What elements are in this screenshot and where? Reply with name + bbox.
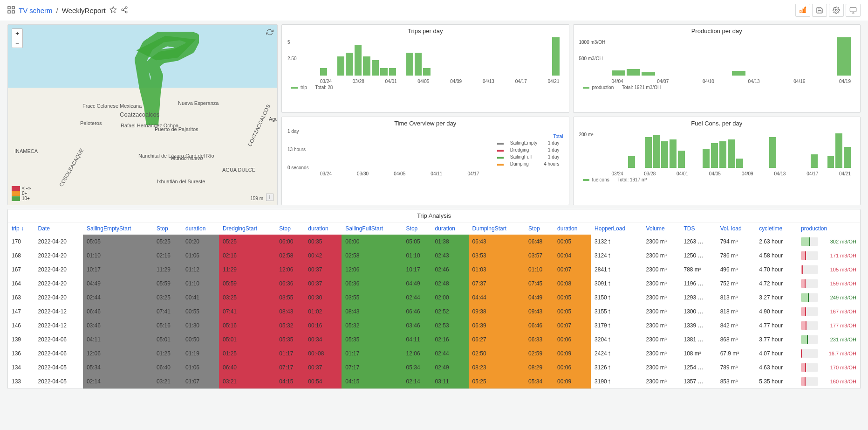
- share-icon[interactable]: [121, 6, 128, 15]
- cell: 4.90 hour: [755, 305, 797, 319]
- star-icon[interactable]: [109, 6, 117, 15]
- cell: 06:36: [275, 277, 304, 291]
- col-header[interactable]: duration: [554, 222, 591, 235]
- chart-title: Trips per day: [282, 25, 569, 37]
- cell: 496 m³: [717, 263, 756, 277]
- monitor-icon[interactable]: [846, 4, 861, 17]
- bar: [837, 37, 851, 76]
- zoom-in-button[interactable]: +: [12, 29, 22, 38]
- cell: 12:06: [403, 347, 431, 361]
- bar: [628, 156, 635, 168]
- bar: [827, 156, 834, 168]
- cell: 00:05: [554, 291, 591, 305]
- cell: 00:-08: [304, 347, 342, 361]
- cell: 146: [8, 319, 34, 333]
- cell: 1357 …: [680, 375, 716, 388]
- cell: 02:48: [431, 277, 469, 291]
- map-legend: < -∞0+10+: [12, 186, 31, 201]
- cell: 00:50: [182, 333, 219, 347]
- breadcrumb-parent[interactable]: TV scherm: [19, 7, 53, 14]
- svg-marker-4: [110, 7, 116, 13]
- map-place-label: Fracc Celanese Mexicana: [82, 103, 142, 109]
- col-header[interactable]: HopperLoad: [591, 222, 642, 235]
- trip-analysis-panel: Trip Analysis tripDateSailingEmptyStartS…: [7, 209, 861, 389]
- col-header[interactable]: SailingEmptyStart: [83, 222, 153, 235]
- cell: 00:07: [554, 319, 591, 333]
- cell: 06:46: [403, 305, 431, 319]
- cell: 06:46: [525, 319, 554, 333]
- col-header[interactable]: cycletime: [755, 222, 797, 235]
- table-row: 1702022-04-2005:0505:2500:2005:2506:0000…: [8, 235, 860, 249]
- cell: 133: [8, 375, 34, 388]
- col-header[interactable]: Date: [34, 222, 83, 235]
- production-cell: 16.7 m3/OH: [797, 347, 860, 361]
- cell: 02:44: [431, 347, 469, 361]
- bar: [835, 133, 842, 168]
- production-cell: 160 m3/OH: [797, 375, 860, 388]
- cell: 794 m³: [717, 235, 756, 249]
- bar: [415, 53, 422, 76]
- col-header[interactable]: trip: [8, 222, 34, 235]
- cell: 3126 t: [591, 361, 642, 375]
- table-row: 1472022-04-1206:4607:4100:5507:4108:4301…: [8, 305, 860, 319]
- save-icon[interactable]: [812, 4, 827, 17]
- cell: 788 m³: [680, 263, 716, 277]
- cell: 05:01: [153, 333, 182, 347]
- map-place-label: COATZACOALCOS: [247, 104, 271, 147]
- col-header[interactable]: SailingFullStart: [342, 222, 402, 235]
- cell: 03:55: [342, 291, 402, 305]
- cell: 4.63 hour: [755, 361, 797, 375]
- col-header[interactable]: Stop: [153, 222, 182, 235]
- col-header[interactable]: Stop: [275, 222, 304, 235]
- table-title: Trip Analysis: [8, 209, 860, 222]
- cell: 3155 t: [591, 305, 642, 319]
- cell: 05:05: [403, 235, 431, 249]
- cell: 00:08: [554, 277, 591, 291]
- cell: 2300 m³: [642, 277, 680, 291]
- bar: [389, 68, 396, 76]
- map-legend-row: < -∞: [12, 186, 31, 191]
- col-header[interactable]: TDS: [680, 222, 716, 235]
- col-header[interactable]: duration: [431, 222, 469, 235]
- col-header[interactable]: DumpingStart: [469, 222, 525, 235]
- cell: 01:10: [182, 277, 219, 291]
- cell: 00:41: [182, 291, 219, 305]
- cell: 05:34: [403, 361, 431, 375]
- cell: 1339 …: [680, 319, 716, 333]
- col-header[interactable]: Volume: [642, 222, 680, 235]
- map-scale: 159 m: [250, 196, 263, 201]
- gear-icon[interactable]: [829, 4, 844, 17]
- cell: 07:17: [275, 361, 304, 375]
- cell: 01:02: [304, 305, 342, 319]
- cell: 2300 m³: [642, 319, 680, 333]
- map[interactable]: + − Fracc Celanese MexicanaCoatzacoalcos…: [8, 25, 277, 205]
- cell: 05:25: [219, 235, 275, 249]
- cell: 03:46: [403, 319, 431, 333]
- cell: 06:40: [219, 361, 275, 375]
- cell: 00:16: [304, 319, 342, 333]
- cell: 02:50: [469, 347, 525, 361]
- cell: 2022-04-20: [34, 277, 83, 291]
- zoom-out-button[interactable]: −: [12, 38, 22, 48]
- production-cell: 302 m3/OH: [797, 235, 860, 249]
- bar: [642, 72, 655, 76]
- cell: 139: [8, 333, 34, 347]
- cell: 2022-04-12: [34, 305, 83, 319]
- col-header[interactable]: DredgingStart: [219, 222, 275, 235]
- col-header[interactable]: Vol. load: [717, 222, 756, 235]
- cell: 00:09: [554, 375, 591, 388]
- col-header[interactable]: duration: [304, 222, 342, 235]
- map-info-button[interactable]: i: [266, 194, 273, 201]
- refresh-icon[interactable]: [266, 28, 273, 37]
- cell: 02:58: [275, 249, 304, 263]
- col-header[interactable]: production: [797, 222, 860, 235]
- add-panel-icon[interactable]: [795, 4, 810, 17]
- cell: 05:34: [525, 375, 554, 388]
- bar: [320, 68, 327, 76]
- bar: [670, 139, 677, 168]
- apps-icon[interactable]: [7, 6, 15, 15]
- col-header[interactable]: Stop: [525, 222, 554, 235]
- cell: 06:00: [342, 235, 402, 249]
- col-header[interactable]: Stop: [403, 222, 431, 235]
- col-header[interactable]: duration: [182, 222, 219, 235]
